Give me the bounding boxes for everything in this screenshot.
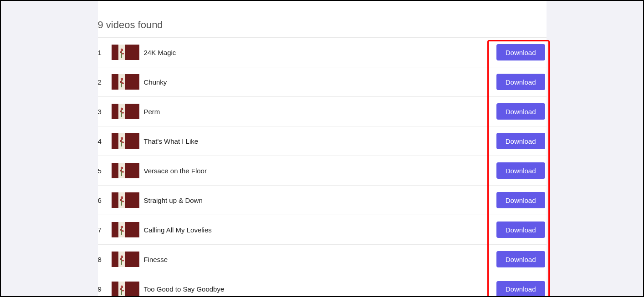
download-button[interactable]: Download [496, 192, 545, 208]
video-row: 5 Versace on the Floor Download [98, 156, 547, 186]
video-row: 6 Straight up & Down Download [98, 186, 547, 215]
video-title: That's What I Like [144, 137, 496, 145]
video-thumbnail[interactable] [112, 133, 139, 149]
row-index: 1 [98, 49, 112, 56]
row-index: 3 [98, 108, 112, 116]
video-row: 4 That's What I Like Download [98, 126, 547, 156]
row-index: 2 [98, 78, 112, 86]
video-title: Straight up & Down [144, 196, 496, 204]
video-row: 2 Chunky Download [98, 67, 547, 97]
download-button[interactable]: Download [496, 281, 545, 297]
row-index: 7 [98, 226, 112, 234]
page-container: 9 videos found 1 24K Magic Download 2 Ch… [1, 1, 643, 296]
download-button[interactable]: Download [496, 162, 545, 179]
video-row: 7 Calling All My Lovelies Download [98, 215, 547, 245]
download-button[interactable]: Download [496, 221, 545, 238]
video-title: Calling All My Lovelies [144, 226, 496, 234]
video-thumbnail[interactable] [112, 45, 139, 60]
download-button[interactable]: Download [496, 44, 545, 60]
content-panel: 9 videos found 1 24K Magic Download 2 Ch… [98, 1, 547, 296]
video-row: 1 24K Magic Download [98, 38, 547, 67]
video-thumbnail[interactable] [112, 252, 139, 267]
video-row: 8 Finesse Download [98, 245, 547, 274]
row-index: 8 [98, 256, 112, 263]
video-thumbnail[interactable] [112, 192, 139, 208]
video-title: Chunky [144, 78, 496, 86]
video-thumbnail[interactable] [112, 163, 139, 178]
row-index: 9 [98, 285, 112, 293]
video-title: Too Good to Say Goodbye [144, 285, 496, 293]
video-title: 24K Magic [144, 49, 496, 56]
video-thumbnail[interactable] [112, 282, 139, 297]
download-button[interactable]: Download [496, 251, 545, 267]
download-button[interactable]: Download [496, 74, 545, 90]
video-thumbnail[interactable] [112, 104, 139, 119]
download-button[interactable]: Download [496, 133, 545, 149]
video-thumbnail[interactable] [112, 222, 139, 237]
row-index: 4 [98, 137, 112, 145]
video-title: Finesse [144, 256, 496, 263]
video-thumbnail[interactable] [112, 74, 139, 90]
video-row: 9 Too Good to Say Goodbye Download [98, 274, 547, 297]
video-list: 1 24K Magic Download 2 Chunky Download 3 [98, 38, 547, 297]
row-index: 6 [98, 196, 112, 204]
video-title: Perm [144, 108, 496, 116]
video-row: 3 Perm Download [98, 97, 547, 126]
row-index: 5 [98, 167, 112, 175]
download-button[interactable]: Download [496, 103, 545, 120]
video-title: Versace on the Floor [144, 167, 496, 175]
results-heading: 9 videos found [98, 19, 547, 38]
